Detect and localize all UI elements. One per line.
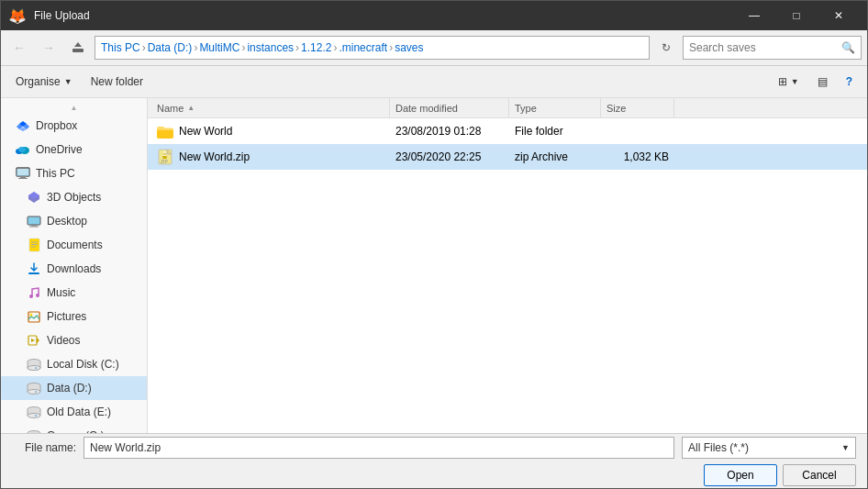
toolbar: Organise ▼ New folder ⊞ ▼ ▤ ?	[1, 66, 867, 98]
pane-button[interactable]: ▤	[810, 69, 835, 94]
folder-icon	[157, 123, 173, 139]
col-size-label: Size	[606, 103, 626, 114]
minimize-button[interactable]: —	[733, 1, 775, 30]
file-type: zip Archive	[509, 150, 601, 163]
svg-point-35	[28, 365, 40, 370]
sidebar-item-videos[interactable]: Videos	[1, 328, 147, 352]
breadcrumb-item-minecraft[interactable]: .minecraft	[339, 41, 387, 54]
sidebar-item-onedrive[interactable]: OneDrive	[1, 138, 147, 161]
help-icon: ?	[846, 75, 852, 88]
sidebar-item-music[interactable]: Music	[1, 281, 147, 305]
search-input[interactable]	[689, 41, 841, 54]
file-list: New World 23/08/2019 01:28 File folder	[148, 118, 867, 433]
search-icon[interactable]: 🔍	[841, 41, 855, 54]
file-date: 23/05/2020 22:25	[390, 150, 509, 163]
organise-label: Organise	[16, 75, 61, 88]
col-header-name[interactable]: Name ▲	[151, 98, 390, 117]
maximize-button[interactable]: □	[775, 1, 818, 30]
onedrive-label: OneDrive	[36, 143, 83, 156]
filename-row: File name: All Files (*.*) ▼	[12, 437, 856, 459]
documents-label: Documents	[47, 239, 103, 251]
sidebar-item-datad[interactable]: Data (D:)	[1, 376, 147, 400]
sidebar-item-3dobjects[interactable]: 3D Objects	[1, 185, 147, 209]
cancel-button[interactable]: Cancel	[783, 464, 856, 486]
breadcrumb-item-saves[interactable]: saves	[395, 41, 423, 54]
filename-input[interactable]	[83, 437, 674, 459]
refresh-button[interactable]: ↻	[653, 35, 679, 61]
olde-label: Old Data (E:)	[47, 406, 111, 418]
up-button[interactable]	[65, 35, 91, 61]
svg-point-48	[35, 415, 37, 416]
search-box[interactable]: 🔍	[683, 36, 862, 60]
organise-button[interactable]: Organise ▼	[8, 69, 80, 94]
onedrive-icon	[16, 142, 30, 157]
breadcrumb-item-instances[interactable]: instances	[247, 41, 294, 54]
sidebar-item-localc[interactable]: Local Disk (C:)	[1, 352, 147, 376]
pane-icon: ▤	[818, 75, 828, 88]
view-chevron-icon: ▼	[791, 77, 799, 86]
filetype-dropdown[interactable]: All Files (*.*) ▼	[682, 437, 856, 459]
view-button[interactable]: ⊞ ▼	[771, 69, 807, 94]
datad-icon	[27, 381, 41, 395]
col-header-date[interactable]: Date modified	[390, 98, 509, 117]
breadcrumb-item-datad[interactable]: Data (D:)	[148, 41, 193, 54]
svg-rect-14	[28, 217, 40, 225]
videos-icon	[27, 333, 41, 348]
title-bar: 🦊 File Upload — □ ✕	[1, 1, 867, 30]
music-icon	[27, 285, 41, 300]
sidebar-item-documents[interactable]: Documents	[1, 233, 147, 257]
svg-rect-10	[20, 176, 26, 178]
localc-icon	[27, 357, 41, 372]
filetype-chevron-icon: ▼	[841, 443, 850, 452]
new-folder-label: New folder	[91, 75, 143, 88]
help-button[interactable]: ?	[839, 69, 860, 94]
desktop-label: Desktop	[47, 215, 87, 228]
file-name-cell: ZIP New World.zip	[151, 149, 390, 165]
svg-rect-9	[17, 169, 29, 176]
desktop-icon	[27, 214, 41, 228]
thispc-label: This PC	[36, 167, 75, 180]
buttons-row: Open Cancel	[12, 464, 856, 486]
sort-arrow-icon: ▲	[187, 104, 195, 112]
svg-point-41	[28, 389, 40, 394]
file-list-container: Name ▲ Date modified Type Size	[148, 98, 867, 433]
forward-button[interactable]: →	[36, 35, 61, 61]
sidebar-item-olde[interactable]: Old Data (E:)	[1, 400, 147, 424]
sidebar-item-dropbox[interactable]: Dropbox	[1, 114, 147, 138]
svg-rect-11	[18, 178, 28, 179]
open-button[interactable]: Open	[704, 464, 777, 486]
svg-rect-21	[28, 272, 39, 274]
file-type: File folder	[509, 125, 601, 138]
col-header-type[interactable]: Type	[509, 98, 601, 117]
svg-rect-15	[31, 225, 37, 227]
table-row[interactable]: ZIP New World.zip 23/05/2020 22:25 zip A…	[148, 144, 867, 170]
sidebar-item-downloads[interactable]: Downloads	[1, 257, 147, 281]
file-name: New World.zip	[179, 150, 250, 163]
sidebar: ▲ Dropbox	[1, 98, 148, 433]
col-header-size[interactable]: Size	[601, 98, 674, 117]
new-folder-button[interactable]: New folder	[83, 69, 150, 94]
breadcrumb[interactable]: This PC › Data (D:) › MultiMC › instance…	[95, 36, 650, 60]
olde-icon	[27, 405, 41, 419]
sidebar-item-thispc[interactable]: This PC	[1, 161, 147, 185]
back-button[interactable]: ←	[6, 35, 32, 61]
file-date: 23/08/2019 01:28	[390, 125, 509, 138]
col-date-label: Date modified	[395, 103, 458, 114]
zip-icon: ZIP	[157, 149, 173, 165]
close-button[interactable]: ✕	[818, 1, 860, 30]
table-row[interactable]: New World 23/08/2019 01:28 File folder	[148, 118, 867, 144]
sidebar-item-desktop[interactable]: Desktop	[1, 209, 147, 233]
breadcrumb-item-multimc[interactable]: MultiMC	[199, 41, 239, 54]
localc-label: Local Disk (C:)	[47, 358, 119, 371]
breadcrumb-item-1122[interactable]: 1.12.2	[301, 41, 331, 54]
thispc-icon	[16, 166, 30, 181]
videos-label: Videos	[47, 334, 80, 347]
downloads-label: Downloads	[47, 262, 101, 275]
sidebar-item-pictures[interactable]: Pictures	[1, 305, 147, 328]
file-name-cell: New World	[151, 123, 390, 139]
svg-point-47	[28, 413, 40, 417]
main-layout: ▲ Dropbox	[1, 98, 867, 433]
title-bar-icon: 🦊	[8, 7, 27, 25]
breadcrumb-item-thispc[interactable]: This PC	[101, 41, 140, 54]
sidebar-item-gamesg[interactable]: Games (G:)	[1, 424, 147, 433]
